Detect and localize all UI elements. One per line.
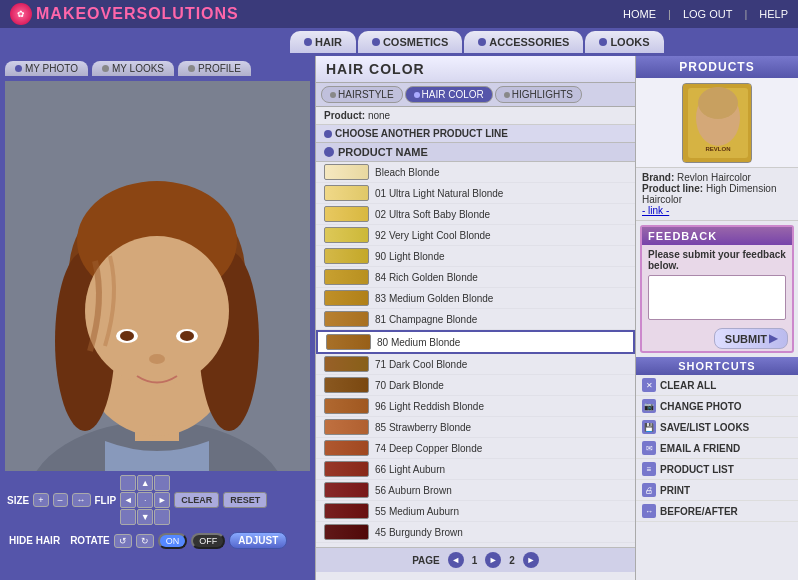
page-nav: PAGE ◄ 1 ► 2 ►: [316, 547, 635, 572]
color-name: 74 Deep Copper Blonde: [375, 443, 482, 454]
sub-tab-hair-color[interactable]: HAIR COLOR: [405, 86, 493, 103]
direction-arrows: ▲ ◄ · ► ▼: [120, 475, 170, 525]
tab-my-looks[interactable]: MY LOOKS: [92, 61, 174, 76]
size-minus-button[interactable]: –: [53, 493, 68, 507]
shortcut-item[interactable]: ↔BEFORE/AFTER: [636, 501, 798, 522]
color-swatch: [324, 398, 369, 414]
hair-off-button[interactable]: OFF: [191, 533, 225, 549]
right-panel: PRODUCTS REVLON Brand: Revlon Haircolor …: [635, 56, 798, 580]
color-item[interactable]: 71 Dark Cool Blonde: [316, 354, 635, 375]
color-list: Bleach Blonde01 Ultra Light Natural Blon…: [316, 162, 635, 547]
reset-button[interactable]: RESET: [223, 492, 267, 508]
shortcut-icon: ↔: [642, 504, 656, 518]
color-swatch: [326, 334, 371, 350]
nav-tab-cosmetics[interactable]: COSMETICS: [358, 31, 462, 53]
choose-product-line[interactable]: CHOOSE ANOTHER PRODUCT LINE: [316, 125, 635, 143]
product-svg: REVLON: [683, 83, 751, 163]
color-swatch: [324, 419, 369, 435]
shortcut-label: SAVE/LIST LOOKS: [660, 422, 749, 433]
flip-button[interactable]: ↔: [72, 493, 91, 507]
color-item[interactable]: 45 Burgundy Brown: [316, 522, 635, 543]
rotate-left-button[interactable]: ↺: [114, 534, 132, 548]
size-plus-button[interactable]: +: [33, 493, 48, 507]
submit-arrow-icon: ▶: [769, 332, 777, 345]
color-swatch: [324, 377, 369, 393]
logout-link[interactable]: LOG OUT: [683, 8, 733, 20]
person-svg: [5, 81, 310, 471]
color-item[interactable]: 81 Champagne Blonde: [316, 309, 635, 330]
color-swatch: [324, 311, 369, 327]
color-name: 56 Auburn Brown: [375, 485, 452, 496]
color-item[interactable]: 90 Light Blonde: [316, 246, 635, 267]
arrow-blank3: [120, 509, 136, 525]
svg-point-11: [180, 331, 194, 341]
rotate-right-button[interactable]: ↻: [136, 534, 154, 548]
logo-solutions: SOLUTIONS: [136, 5, 238, 22]
arrow-up[interactable]: ▲: [137, 475, 153, 491]
product-line-label: Product line:: [642, 183, 703, 194]
color-item[interactable]: 01 Ultra Light Natural Blonde: [316, 183, 635, 204]
tab-profile[interactable]: PROFILE: [178, 61, 251, 76]
color-item[interactable]: 02 Ultra Soft Baby Blonde: [316, 204, 635, 225]
logo-icon: ✿: [10, 3, 32, 25]
sub-tabs: HAIRSTYLE HAIR COLOR HIGHLIGHTS: [316, 83, 635, 107]
submit-button[interactable]: SUBMIT ▶: [714, 328, 788, 349]
color-item[interactable]: 66 Light Auburn: [316, 459, 635, 480]
feedback-input[interactable]: [648, 275, 786, 320]
product-image: REVLON: [682, 83, 752, 163]
shortcut-item[interactable]: ✉EMAIL A FRIEND: [636, 438, 798, 459]
sub-tab-highlights[interactable]: HIGHLIGHTS: [495, 86, 582, 103]
product-info: Brand: Revlon Haircolor Product line: Hi…: [636, 168, 798, 221]
page-current: 1: [472, 555, 478, 566]
panel-tabs: MY PHOTO MY LOOKS PROFILE: [5, 61, 310, 76]
home-link[interactable]: HOME: [623, 8, 656, 20]
adjust-button[interactable]: ADJUST: [229, 532, 287, 549]
shortcut-item[interactable]: ✕CLEAR ALL: [636, 375, 798, 396]
color-name: 71 Dark Cool Blonde: [375, 359, 467, 370]
color-swatch: [324, 185, 369, 201]
arrow-blank: [120, 475, 136, 491]
color-swatch: [324, 524, 369, 540]
color-name: 66 Light Auburn: [375, 464, 445, 475]
color-item[interactable]: 55 Medium Auburn: [316, 501, 635, 522]
shortcut-icon: ✉: [642, 441, 656, 455]
arrow-right[interactable]: ►: [154, 492, 170, 508]
color-item[interactable]: 70 Dark Blonde: [316, 375, 635, 396]
page-last-button[interactable]: ►: [523, 552, 539, 568]
color-item[interactable]: 96 Light Reddish Blonde: [316, 396, 635, 417]
page-prev-button[interactable]: ◄: [448, 552, 464, 568]
tab-my-photo[interactable]: MY PHOTO: [5, 61, 88, 76]
color-item[interactable]: 85 Strawberry Blonde: [316, 417, 635, 438]
feedback-section: FEEDBACK Please submit your feedback bel…: [640, 225, 794, 353]
shortcut-item[interactable]: ≡PRODUCT LIST: [636, 459, 798, 480]
main-layout: MY PHOTO MY LOOKS PROFILE: [0, 56, 798, 580]
color-item[interactable]: Bleach Blonde: [316, 162, 635, 183]
nav-tab-accessories[interactable]: ACCESSORIES: [464, 31, 583, 53]
nav-tab-looks[interactable]: LOOKS: [585, 31, 663, 53]
shortcut-item[interactable]: 💾SAVE/LIST LOOKS: [636, 417, 798, 438]
page-label: PAGE: [412, 555, 440, 566]
shortcut-label: PRODUCT LIST: [660, 464, 734, 475]
shortcut-item[interactable]: 📷CHANGE PHOTO: [636, 396, 798, 417]
color-item[interactable]: 92 Very Light Cool Blonde: [316, 225, 635, 246]
color-item[interactable]: 74 Deep Copper Blonde: [316, 438, 635, 459]
shortcut-item[interactable]: 🖨PRINT: [636, 480, 798, 501]
color-item[interactable]: 80 Medium Blonde: [316, 330, 635, 354]
product-link[interactable]: - link -: [642, 205, 669, 216]
arrow-down[interactable]: ▼: [137, 509, 153, 525]
shortcut-icon: 📷: [642, 399, 656, 413]
left-panel: MY PHOTO MY LOOKS PROFILE: [0, 56, 315, 580]
nav-tab-hair[interactable]: HAIR: [290, 31, 356, 53]
help-link[interactable]: HELP: [759, 8, 788, 20]
hair-on-button[interactable]: ON: [158, 533, 188, 549]
arrow-left[interactable]: ◄: [120, 492, 136, 508]
header: ✿ MAKEOVERSOLUTIONS HOME | LOG OUT | HEL…: [0, 0, 798, 28]
color-name: 02 Ultra Soft Baby Blonde: [375, 209, 490, 220]
sub-tab-hairstyle[interactable]: HAIRSTYLE: [321, 86, 403, 103]
hair-color-title: HAIR COLOR: [316, 56, 635, 83]
page-next-button[interactable]: ►: [485, 552, 501, 568]
clear-button[interactable]: CLEAR: [174, 492, 219, 508]
color-item[interactable]: 56 Auburn Brown: [316, 480, 635, 501]
color-item[interactable]: 83 Medium Golden Blonde: [316, 288, 635, 309]
color-item[interactable]: 84 Rich Golden Blonde: [316, 267, 635, 288]
